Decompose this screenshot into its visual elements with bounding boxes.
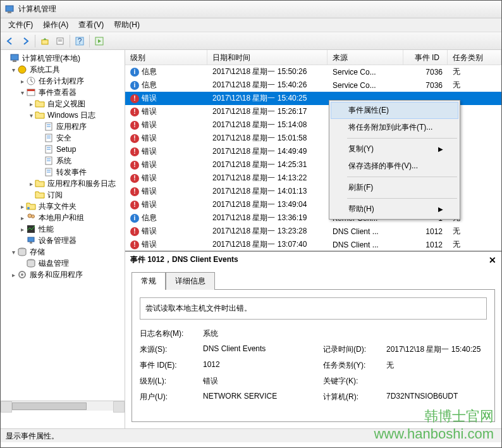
tree-storage[interactable]: ▾存储 bbox=[1, 246, 125, 258]
info-icon: i bbox=[130, 68, 139, 77]
chevron-right-icon[interactable]: ▸ bbox=[9, 271, 17, 278]
event-source: DNS Client ... bbox=[328, 226, 403, 237]
tree-devmgr[interactable]: 设备管理器 bbox=[1, 235, 125, 246]
cm-separator bbox=[347, 138, 457, 139]
close-icon[interactable]: ✕ bbox=[489, 255, 496, 265]
svg-rect-1 bbox=[8, 11, 11, 13]
event-row[interactable]: i信息2017\12\18 星期一 15:50:26Service Co...7… bbox=[125, 65, 501, 78]
cm-help[interactable]: 帮助(H)▶ bbox=[331, 201, 458, 218]
chevron-down-icon[interactable]: ▾ bbox=[9, 66, 17, 73]
cm-event-properties[interactable]: 事件属性(E) bbox=[331, 102, 458, 119]
cm-save-selected[interactable]: 保存选择的事件(V)... bbox=[331, 158, 458, 175]
svg-rect-0 bbox=[6, 6, 13, 11]
tree-applog[interactable]: 应用程序 bbox=[1, 121, 125, 132]
toolbar-separator bbox=[89, 35, 90, 47]
col-datetime[interactable]: 日期和时间 bbox=[207, 50, 328, 65]
value-category: 无 bbox=[386, 360, 487, 371]
tree-sharedfolders[interactable]: ▸共享文件夹 bbox=[1, 201, 125, 212]
tree-fwdlog[interactable]: 转发事件 bbox=[1, 166, 125, 178]
chevron-right-icon[interactable]: ▸ bbox=[27, 101, 35, 108]
tree-hscrollbar[interactable] bbox=[1, 401, 125, 411]
label-user: 用户(U): bbox=[140, 392, 203, 402]
nav-tree[interactable]: 计算机管理(本地) ▾系统工具 ▸任务计划程序 ▾事件查看器 ▸自定义视图 ▾W… bbox=[1, 50, 125, 428]
cm-refresh[interactable]: 刷新(F) bbox=[331, 179, 458, 196]
tree-eventviewer[interactable]: ▾事件查看器 bbox=[1, 87, 125, 98]
cm-separator bbox=[347, 177, 457, 177]
action-button[interactable] bbox=[92, 34, 106, 48]
storage-icon bbox=[17, 247, 27, 257]
cm-copy[interactable]: 复制(Y)▶ bbox=[331, 140, 458, 158]
tree-diskmgmt[interactable]: 磁盘管理 bbox=[1, 258, 125, 269]
label-logged: 记录时间(D): bbox=[323, 344, 386, 355]
event-datetime: 2017\12\18 星期一 14:01:13 bbox=[207, 185, 328, 198]
tree-setuplog[interactable]: Setup bbox=[1, 144, 125, 155]
col-level[interactable]: 级别 bbox=[125, 50, 207, 65]
chevron-right-icon[interactable]: ▸ bbox=[18, 226, 26, 233]
menu-view[interactable]: 查看(V) bbox=[73, 18, 109, 32]
tree-appsvclogs[interactable]: ▸应用程序和服务日志 bbox=[1, 178, 125, 189]
chevron-down-icon[interactable]: ▾ bbox=[18, 89, 26, 96]
tree-winlogs[interactable]: ▾Windows 日志 bbox=[1, 109, 125, 121]
event-level: 错误 bbox=[142, 199, 157, 210]
forward-button[interactable] bbox=[18, 34, 32, 48]
context-menu[interactable]: 事件属性(E) 将任务附加到此事件(T)... 复制(Y)▶ 保存选择的事件(V… bbox=[329, 100, 460, 220]
event-row[interactable]: !错误2017\12\18 星期一 13:23:28DNS Client ...… bbox=[125, 225, 501, 238]
cm-attach-task[interactable]: 将任务附加到此事件(T)... bbox=[331, 119, 458, 136]
toolbar-separator bbox=[35, 35, 35, 47]
event-id: 1012 bbox=[403, 226, 448, 237]
menu-file[interactable]: 文件(F) bbox=[3, 18, 38, 32]
folder-icon bbox=[35, 99, 45, 109]
event-datetime: 2017\12\18 星期一 14:49:49 bbox=[207, 145, 328, 158]
tab-details[interactable]: 详细信息 bbox=[166, 272, 215, 290]
menu-action[interactable]: 操作(A) bbox=[38, 18, 73, 32]
users-icon bbox=[26, 213, 36, 223]
event-row[interactable]: !错误2017\12\18 星期一 13:07:40DNS Client ...… bbox=[125, 238, 501, 251]
svg-rect-10 bbox=[13, 60, 16, 62]
tree-taskscheduler[interactable]: ▸任务计划程序 bbox=[1, 75, 125, 87]
event-id: 7036 bbox=[403, 80, 448, 91]
props-button[interactable] bbox=[53, 34, 67, 48]
col-source[interactable]: 来源 bbox=[328, 50, 403, 65]
event-level: 信息 bbox=[142, 213, 157, 223]
tree-systools[interactable]: ▾系统工具 bbox=[1, 64, 125, 75]
error-icon: ! bbox=[130, 94, 139, 103]
detail-content: 尝试读取本地主机文件时出错。 日志名称(M): 系统 来源(S): DNS Cl… bbox=[132, 289, 495, 422]
back-button[interactable] bbox=[3, 34, 17, 48]
tree-root[interactable]: 计算机管理(本地) bbox=[1, 53, 125, 64]
tree-svcapps[interactable]: ▸服务和应用程序 bbox=[1, 269, 125, 280]
info-icon: i bbox=[130, 214, 139, 223]
label-computer: 计算机(R): bbox=[323, 392, 386, 402]
log-icon bbox=[44, 167, 54, 177]
col-category[interactable]: 任务类别 bbox=[448, 50, 501, 65]
chevron-down-icon[interactable]: ▾ bbox=[9, 249, 17, 256]
chevron-right-icon[interactable]: ▸ bbox=[18, 215, 26, 221]
svg-text:?: ? bbox=[78, 37, 82, 46]
event-level: 错误 bbox=[142, 226, 157, 237]
event-datetime: 2017\12\18 星期一 13:36:19 bbox=[207, 211, 328, 225]
log-icon bbox=[44, 133, 54, 143]
tab-general[interactable]: 常规 bbox=[132, 272, 166, 290]
up-button[interactable] bbox=[38, 34, 52, 48]
tree-customviews[interactable]: ▸自定义视图 bbox=[1, 98, 125, 109]
menu-help[interactable]: 帮助(H) bbox=[109, 18, 145, 32]
share-icon bbox=[26, 201, 36, 211]
tree-subs[interactable]: 订阅 bbox=[1, 189, 125, 201]
tree-perf[interactable]: ▸性能 bbox=[1, 223, 125, 235]
chevron-right-icon[interactable]: ▸ bbox=[18, 78, 26, 85]
tree-syslog[interactable]: 系统 bbox=[1, 155, 125, 166]
value-keywords bbox=[386, 376, 487, 387]
chevron-right-icon[interactable]: ▸ bbox=[18, 203, 26, 210]
error-icon: ! bbox=[130, 134, 139, 143]
tree-seclog[interactable]: 安全 bbox=[1, 132, 125, 144]
event-category: 无 bbox=[448, 78, 501, 92]
help-button[interactable]: ? bbox=[73, 34, 87, 48]
label-eventid: 事件 ID(E): bbox=[140, 360, 203, 371]
svg-rect-2 bbox=[42, 40, 48, 44]
event-row[interactable]: i信息2017\12\18 星期一 15:40:26Service Co...7… bbox=[125, 78, 501, 92]
svg-point-32 bbox=[32, 215, 35, 218]
chevron-down-icon[interactable]: ▾ bbox=[27, 112, 35, 119]
cm-separator bbox=[347, 198, 457, 199]
chevron-right-icon[interactable]: ▸ bbox=[27, 180, 35, 187]
col-eventid[interactable]: 事件 ID bbox=[403, 50, 448, 65]
tree-localusers[interactable]: ▸本地用户和组 bbox=[1, 212, 125, 223]
